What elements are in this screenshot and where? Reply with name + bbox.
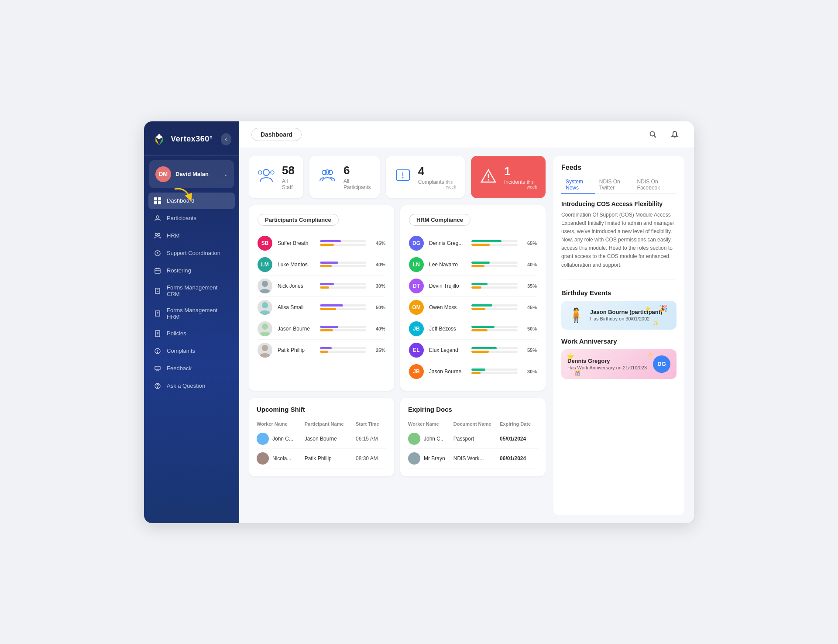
stat-card-staff: 58 All Staff [249, 156, 303, 198]
confetti-2: ✨ [653, 320, 659, 326]
avatar-nj [258, 279, 272, 293]
docs-exp-date-1: 05/01/2024 [500, 429, 538, 448]
hrm-item-dt: DT Devin Trujillo 35% [409, 276, 537, 297]
anniversary-title: Work Anniversary [561, 337, 677, 345]
expiring-docs-title: Expiring Docs [408, 406, 538, 413]
birthday-person: Jason Bourne (participant) [590, 309, 662, 315]
forms-hrm-label: Forms Management HRM [167, 307, 230, 320]
tab-ndis-facebook[interactable]: NDIS On Facebook [633, 176, 677, 194]
left-panel: 58 All Staff [249, 156, 546, 515]
docs-row-1: John C... Passport 05/01/2024 [408, 429, 538, 448]
compliance-item-nj: Nick Jones 30% [258, 276, 385, 297]
svg-point-31 [158, 387, 158, 387]
sidebar-item-feedback[interactable]: Feedback [148, 360, 235, 377]
docs-exp-date-2: 06/01/2024 [500, 448, 538, 468]
birthday-figure: 🧍 [567, 307, 585, 324]
incidents-number: 1 [504, 165, 537, 178]
compliance-item-sb: SB Suffer Breath 45% [258, 233, 385, 254]
bar-om [471, 304, 518, 310]
avatar-dg: DG [409, 236, 424, 251]
participants-compliance-title: Participants Compliance [258, 214, 339, 226]
support-coordination-icon [154, 249, 161, 257]
article-text: Coordination Of Support (COS) Module Acc… [561, 211, 677, 269]
compliance-item-as: Alisa Small 50% [258, 297, 385, 318]
sidebar-item-ask-question[interactable]: Ask a Question [148, 378, 235, 394]
bar-nj [320, 283, 366, 289]
hrm-item-om: OM Owen Moss 45% [409, 297, 537, 318]
avatar-lm: LM [258, 257, 272, 272]
feeds-title: Feeds [561, 164, 677, 172]
participants-number: 6 [343, 164, 371, 177]
main-content: Dashboard [239, 121, 694, 523]
incidents-icon [480, 168, 497, 186]
svg-point-45 [262, 281, 268, 287]
staff-number: 58 [282, 164, 295, 177]
name-jb2: Jason Bourne [429, 368, 466, 375]
tab-system-news[interactable]: System News [561, 176, 595, 194]
forms-crm-label: Forms Management CRM [167, 284, 230, 297]
notifications-button[interactable] [668, 127, 682, 141]
search-button[interactable] [646, 127, 660, 141]
sidebar-item-participants[interactable]: Participants [148, 210, 235, 227]
start-time-2: 08:30 AM [356, 448, 386, 468]
svg-point-11 [155, 233, 158, 235]
pct-dg: 65% [523, 241, 537, 246]
sidebar-item-complaints[interactable]: Complaints [148, 343, 235, 359]
compliance-row: Participants Compliance SB Suffer Breath… [249, 205, 546, 391]
incidents-sub: this week [527, 180, 537, 189]
docs-worker-thumb-1 [408, 433, 420, 445]
sidebar-item-forms-hrm[interactable]: Forms Management HRM [148, 303, 235, 324]
sidebar-item-hrm[interactable]: HRM [148, 227, 235, 244]
compliance-item-jb: Jason Bourne 40% [258, 318, 385, 340]
svg-point-35 [258, 171, 262, 174]
rostering-icon [154, 267, 161, 275]
back-button[interactable]: ‹ [221, 133, 231, 145]
pct-om: 45% [523, 305, 537, 310]
participant-name-2: Patik Phillip [305, 448, 356, 468]
user-profile[interactable]: DM David Malan ⌄ [149, 160, 234, 188]
name-jb-pc: Jason Bourne [278, 326, 315, 332]
pct-jb-pc: 40% [371, 326, 385, 331]
support-coordination-label: Support Coordination [167, 250, 220, 256]
sidebar-item-forms-crm[interactable]: Forms Management CRM [148, 280, 235, 302]
bar-jb2 [471, 368, 518, 374]
bottom-row: Upcoming Shift Worker Name Participant N… [249, 398, 546, 476]
pct-jb2: 30% [523, 369, 537, 374]
forms-crm-icon [154, 287, 161, 295]
bar-el [471, 347, 518, 353]
svg-point-28 [158, 352, 158, 352]
birthday-title: Birthday Events [561, 289, 677, 296]
tab-ndis-twitter[interactable]: NDIS On Twitter [595, 176, 633, 194]
participants-stat-icon [318, 168, 337, 186]
sidebar-item-rostering[interactable]: Rostering [148, 262, 235, 279]
pct-el: 55% [523, 348, 537, 353]
worker-cell-1: John C... [257, 433, 305, 445]
docs-worker-cell-2: Mr Brayn [408, 452, 453, 465]
svg-point-44 [488, 179, 489, 181]
chevron-down-icon: ⌄ [223, 171, 228, 177]
dashboard-icon [154, 197, 161, 205]
participants-label: All Participants [343, 178, 371, 190]
svg-point-46 [262, 302, 268, 308]
svg-point-36 [271, 171, 274, 174]
svg-rect-8 [154, 201, 157, 204]
avatar-jb-pc [258, 321, 272, 336]
svg-point-42 [402, 177, 403, 179]
sidebar-item-support-coordination[interactable]: Support Coordination [148, 245, 235, 262]
anniversary-avatar: DG [653, 355, 670, 373]
avatar-as [258, 300, 272, 315]
svg-point-34 [263, 169, 269, 176]
content-body: 58 All Staff [239, 148, 694, 523]
stat-card-incidents[interactable]: 1 Incidents this week [471, 156, 546, 198]
hrm-item-jbz: JB Jeff Bezoss 50% [409, 318, 537, 340]
sidebar: Vertex360° ‹ DM David Malan ⌄ Dashboard [144, 121, 239, 523]
upcoming-shift-card: Upcoming Shift Worker Name Participant N… [249, 398, 394, 476]
sidebar-item-policies[interactable]: Policies [148, 325, 235, 342]
complaints-sub: this week [446, 180, 456, 189]
app-name: Vertex360° [171, 134, 213, 144]
bar-dt [471, 283, 518, 289]
avatar-pp [258, 343, 272, 358]
anniv-confetti-2: 🎊 [574, 370, 581, 376]
shift-col-worker: Worker Name [257, 419, 305, 429]
bar-as [320, 304, 366, 310]
